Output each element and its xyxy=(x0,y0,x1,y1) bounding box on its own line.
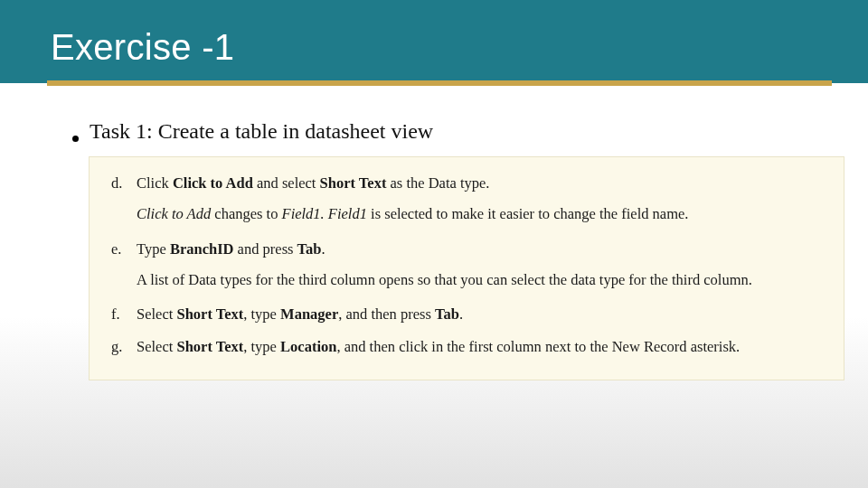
bold-fragment: BranchID xyxy=(170,240,234,258)
text-fragment: , and then click in the first column nex… xyxy=(336,338,740,355)
text-fragment: Click xyxy=(137,174,173,192)
step-letter: f. xyxy=(111,305,137,324)
slide-header: Exercise -1 xyxy=(0,0,868,83)
slide-title: Exercise -1 xyxy=(51,27,868,68)
step-body: Type BranchID and press Tab. A list of D… xyxy=(137,239,822,293)
step-body: Select Short Text, type Location, and th… xyxy=(137,337,822,357)
bold-fragment: Manager xyxy=(280,305,338,323)
text-fragment: . xyxy=(322,240,326,258)
step-g: g. Select Short Text, type Location, and… xyxy=(111,337,822,357)
step-letter: g. xyxy=(111,337,137,357)
bold-fragment: Tab xyxy=(435,305,459,323)
step-letter: d. xyxy=(111,174,137,227)
step-main-text: Select Short Text, type Location, and th… xyxy=(137,337,822,357)
bullet-dot-icon xyxy=(72,136,79,142)
text-fragment: . xyxy=(459,305,463,323)
text-fragment: Type xyxy=(137,240,170,258)
italic-fragment: Click to Add xyxy=(137,205,211,222)
step-f: f. Select Short Text, type Manager, and … xyxy=(111,305,822,324)
step-main-text: Select Short Text, type Manager, and the… xyxy=(137,305,822,324)
bullet-item: Task 1: Create a table in datasheet view xyxy=(72,119,868,144)
text-fragment: as the Data type. xyxy=(386,174,489,192)
text-fragment: is selected to make it easier to change … xyxy=(367,205,689,222)
text-fragment: changes to xyxy=(211,205,281,222)
step-main-text: Click Click to Add and select Short Text… xyxy=(137,174,822,193)
step-main-text: Type BranchID and press Tab. xyxy=(137,239,822,259)
instructions-panel: d. Click Click to Add and select Short T… xyxy=(89,156,844,380)
accent-underline xyxy=(47,80,832,86)
text-fragment: , type xyxy=(243,338,280,355)
bold-fragment: Tab xyxy=(297,240,322,258)
bold-fragment: Location xyxy=(280,338,336,355)
text-fragment: Select xyxy=(137,305,176,323)
text-fragment: , and then press xyxy=(338,305,435,323)
step-sub-text: Click to Add changes to Field1. Field1 i… xyxy=(137,204,822,224)
step-d: d. Click Click to Add and select Short T… xyxy=(111,174,822,227)
bold-fragment: Short Text xyxy=(176,338,243,355)
step-body: Click Click to Add and select Short Text… xyxy=(137,174,822,227)
text-fragment: and press xyxy=(233,240,297,258)
step-letter: e. xyxy=(111,239,137,293)
text-fragment: Select xyxy=(137,338,176,355)
step-e: e. Type BranchID and press Tab. A list o… xyxy=(111,239,822,293)
bullet-text: Task 1: Create a table in datasheet view xyxy=(90,119,433,144)
text-fragment: and select xyxy=(253,174,320,192)
text-fragment: , type xyxy=(243,305,280,323)
bold-fragment: Short Text xyxy=(320,174,387,192)
bold-fragment: Click to Add xyxy=(173,174,253,192)
italic-fragment: Field1. Field1 xyxy=(282,205,367,222)
step-sub-text: A list of Data types for the third colum… xyxy=(137,270,822,290)
bold-fragment: Short Text xyxy=(176,305,243,323)
step-body: Select Short Text, type Manager, and the… xyxy=(137,305,822,324)
